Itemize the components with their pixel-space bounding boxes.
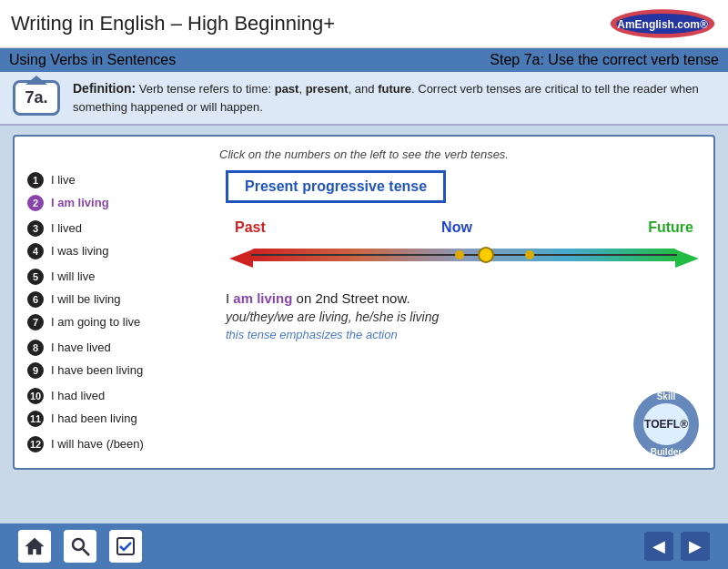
verb-list: 1 I live 2 I am living 3 I lived 4 I was… (25, 170, 207, 457)
def-bold1: past (275, 82, 299, 96)
logo: AmEnglish.com® (608, 7, 717, 40)
verb-item-2[interactable]: 2 I am living (25, 193, 207, 213)
search-button[interactable] (64, 530, 96, 563)
footer-left-icons (18, 530, 142, 563)
verb-item-7[interactable]: 7 I am going to live (25, 312, 207, 332)
toefl-skill: Skill (657, 391, 676, 401)
verb-text-4: I was living (51, 244, 109, 258)
verb-num-5: 5 (25, 267, 46, 287)
future-label: Future (648, 219, 693, 236)
verb-num-4: 4 (25, 241, 46, 261)
navbar: Using Verbs in Sentences Step 7a: Use th… (0, 48, 728, 72)
verb-text-8: I have lived (51, 340, 111, 354)
forward-arrow-icon: ▶ (689, 536, 702, 556)
example-note: this tense emphasizes the action (226, 328, 703, 341)
home-icon (24, 535, 46, 557)
verb-item-1[interactable]: 1 I live (25, 170, 207, 190)
timeline-center-line (251, 254, 677, 256)
toefl-outer: Skill TOEFL® Builder (633, 391, 699, 457)
app-title: Writing in English – High Beginning+ (11, 12, 335, 36)
verb-text-7: I am going to live (51, 315, 140, 329)
amenglish-logo: AmEnglish.com® (608, 7, 717, 40)
verb-text-11: I had been living (51, 412, 137, 425)
verb-item-3[interactable]: 3 I lived (25, 218, 207, 239)
dot-large-center (478, 247, 494, 263)
title-subtitle: – High Beginning+ (171, 12, 335, 35)
toefl-builder: Builder (651, 447, 682, 457)
svg-line-5 (83, 549, 89, 555)
verb-text-5: I will live (51, 269, 95, 283)
tense-label-box: Present progressive tense (226, 170, 446, 203)
verb-num-2: 2 (25, 193, 46, 213)
verb-num-10: 10 (25, 386, 46, 406)
verb-item-11[interactable]: 11 I had been living (25, 409, 207, 429)
verb-num-11: 11 (25, 409, 46, 429)
verb-num-7: 7 (25, 312, 46, 332)
navbar-section: Using Verbs in Sentences (9, 52, 176, 68)
def-bold2: present (306, 82, 349, 96)
verb-text-3: I lived (51, 221, 82, 235)
verb-text-1: I live (51, 173, 76, 187)
right-arrow-icon (675, 249, 699, 268)
def-text2: , (298, 82, 305, 96)
verb-item-4[interactable]: 4 I was living (25, 241, 207, 261)
verb-num-12: 12 (25, 434, 46, 454)
verb-item-10[interactable]: 10 I had lived (25, 386, 207, 406)
dot-small-left (455, 250, 464, 259)
content-box: Click on the numbers on the left to see … (13, 135, 715, 470)
definition-text: Definition: Verb tense refers to time: p… (73, 79, 715, 117)
left-arrow-icon (229, 249, 253, 268)
timeline-area: Present progressive tense Past Now Futur… (217, 170, 703, 457)
verb-text-12: I will have (/been) (51, 437, 144, 451)
check-icon (115, 535, 136, 557)
verb-item-8[interactable]: 8 I have lived (25, 338, 207, 358)
example-conjugation: you/they/we are living, he/she is living (226, 310, 703, 324)
navbar-step: Step 7a: Use the correct verb tense (490, 52, 719, 68)
svg-point-4 (73, 539, 84, 550)
svg-marker-3 (25, 538, 44, 554)
title-main: Writing in English (11, 12, 166, 35)
verb-num-8: 8 (25, 338, 46, 358)
content-instruction: Click on the numbers on the left to see … (25, 147, 703, 161)
back-button[interactable]: ◀ (644, 532, 673, 561)
header: Writing in English – High Beginning+ AmE… (0, 0, 728, 48)
verb-item-6[interactable]: 6 I will be living (25, 290, 207, 310)
verb-item-5[interactable]: 5 I will live (25, 267, 207, 287)
svg-text:AmEnglish.com®: AmEnglish.com® (617, 18, 708, 31)
main-content: Click on the numbers on the left to see … (0, 126, 728, 479)
definition-box: 7a. Definition: Verb tense refers to tim… (0, 72, 728, 126)
step-number: 7a. (25, 88, 47, 107)
timeline-labels: Past Now Future (226, 219, 703, 239)
timeline: Past Now Future (226, 219, 703, 283)
example-suffix: on 2nd Street now. (292, 290, 410, 306)
verb-num-6: 6 (25, 290, 46, 310)
example-sentence: I am living on 2nd Street now. (226, 290, 703, 306)
verb-item-12[interactable]: 12 I will have (/been) (25, 434, 207, 454)
search-icon (69, 535, 91, 557)
home-button[interactable] (18, 530, 51, 563)
toefl-badge: Skill TOEFL® Builder (633, 391, 699, 457)
definition-label: Definition: (73, 81, 136, 96)
toefl-inner-text: TOEFL® (644, 418, 688, 431)
verb-text-10: I had lived (51, 389, 105, 402)
back-arrow-icon: ◀ (652, 536, 665, 556)
step-badge: 7a. (13, 80, 60, 116)
def-text1: Verb tense refers to time: (139, 82, 275, 96)
verb-text-2: I am living (51, 196, 109, 209)
toefl-inner: TOEFL® (643, 403, 689, 445)
example-highlight: am living (233, 290, 292, 306)
verb-item-9[interactable]: 9 I have been living (25, 361, 207, 381)
svg-rect-6 (117, 538, 134, 554)
def-bold3: future (378, 82, 411, 96)
forward-button[interactable]: ▶ (681, 532, 710, 561)
task-button[interactable] (109, 530, 142, 563)
footer-nav: ◀ ▶ (644, 532, 710, 561)
two-column-layout: 1 I live 2 I am living 3 I lived 4 I was… (25, 170, 703, 457)
past-label: Past (235, 219, 266, 236)
verb-num-9: 9 (25, 361, 46, 381)
now-label: Now (441, 219, 472, 236)
footer: ◀ ▶ (0, 523, 728, 569)
def-text3: , and (349, 82, 379, 96)
verb-text-6: I will be living (51, 292, 121, 306)
verb-num-3: 3 (25, 218, 46, 239)
